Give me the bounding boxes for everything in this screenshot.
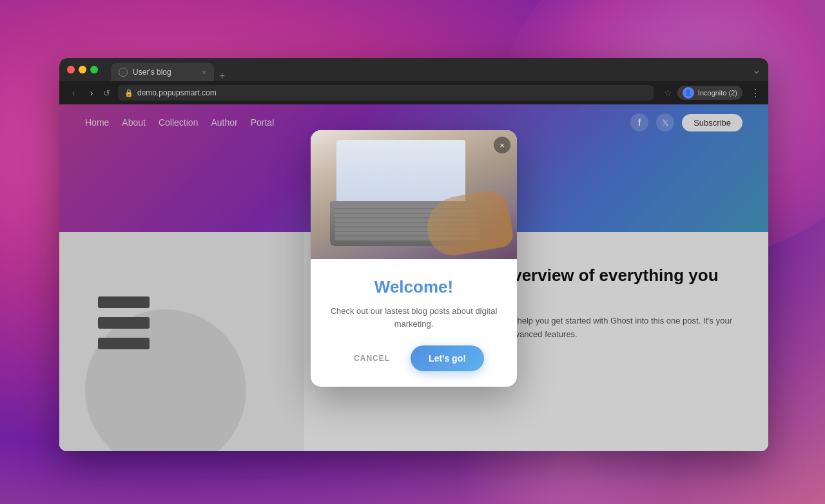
profile-icon: 👤 — [683, 87, 694, 99]
browser-chrome: ○ User's blog × + ⌄ — [59, 58, 768, 81]
bookmark-button[interactable]: ☆ — [664, 88, 672, 98]
tab-favicon: ○ — [119, 68, 128, 77]
lock-icon: 🔒 — [124, 89, 133, 97]
popup-description: Check out our lastest blog posts about d… — [329, 305, 499, 330]
tab-close-button[interactable]: × — [202, 68, 206, 76]
tab-title: User's blog — [133, 68, 197, 77]
address-bar[interactable]: 🔒 demo.popupsmart.com — [118, 85, 654, 101]
profile-button[interactable]: 👤 Incognito (2) — [677, 86, 742, 100]
close-window-button[interactable] — [67, 66, 75, 73]
popup-actions: CANCEL Let's go! — [329, 345, 499, 371]
active-tab[interactable]: ○ User's blog × — [111, 63, 214, 81]
traffic-lights — [67, 66, 98, 73]
window-controls-icon: ⌄ — [752, 64, 761, 76]
popup-image-inner — [311, 130, 517, 259]
forward-button[interactable]: › — [85, 88, 98, 98]
popup-card: × Welcome! Check out our lastest blog po… — [311, 130, 517, 387]
page-content: Home About Collection Author Portal f 𝕏 … — [59, 104, 768, 451]
profile-label: Incognito (2) — [698, 89, 737, 97]
browser-window: ○ User's blog × + ⌄ ‹ › ↺ 🔒 demo.popupsm… — [59, 58, 768, 451]
back-button[interactable]: ‹ — [67, 88, 80, 98]
popup-overlay: × Welcome! Check out our lastest blog po… — [59, 104, 768, 451]
popup-body: Welcome! Check out our lastest blog post… — [311, 259, 517, 387]
cancel-button[interactable]: CANCEL — [344, 347, 400, 369]
popup-close-button[interactable]: × — [494, 137, 510, 153]
minimize-window-button[interactable] — [79, 66, 86, 73]
popup-title: Welcome! — [329, 277, 499, 297]
browser-tabs: ○ User's blog × + — [111, 58, 230, 81]
cta-button[interactable]: Let's go! — [411, 345, 484, 371]
refresh-button[interactable]: ↺ — [103, 88, 110, 98]
new-tab-button[interactable]: + — [214, 71, 230, 81]
more-options-button[interactable]: ⋮ — [750, 87, 761, 99]
url-text: demo.popupsmart.com — [137, 88, 217, 97]
popup-image: × — [311, 130, 517, 259]
browser-addressbar: ‹ › ↺ 🔒 demo.popupsmart.com ☆ 👤 Incognit… — [59, 81, 768, 104]
fullscreen-window-button[interactable] — [90, 66, 98, 73]
